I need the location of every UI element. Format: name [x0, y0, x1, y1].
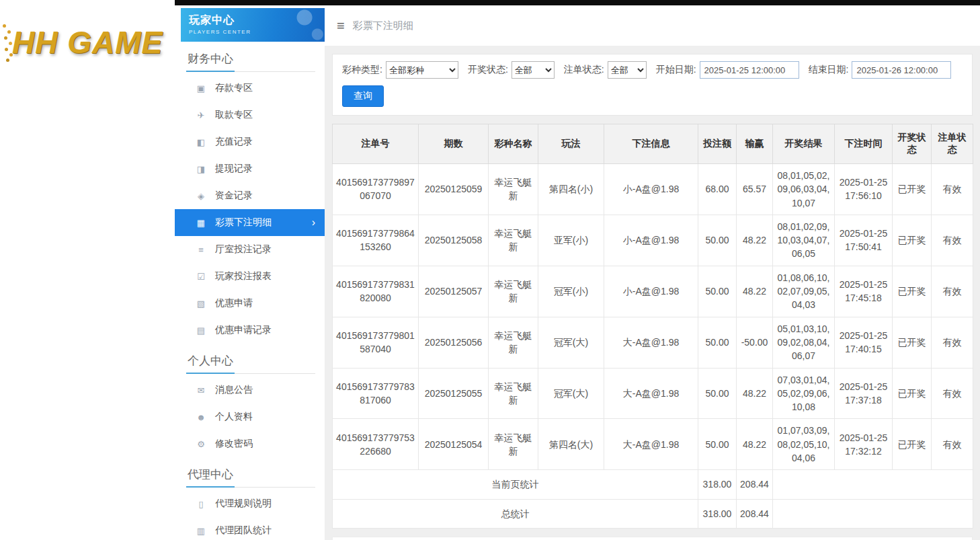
draw-status-filter: 开奖状态: 全部 — [468, 61, 555, 79]
section-title-label: 财务中心 — [186, 47, 235, 72]
players-center-banner: 玩家中心 PLAYERS CENTER — [181, 8, 325, 42]
bet-details-icon: ▦ — [195, 218, 207, 228]
section-title: 个人中心 — [186, 349, 315, 374]
cell-bet_info: 大-A盘@1.98 — [604, 368, 698, 419]
sidebar-item-hall-bet-records[interactable]: ≡厅室投注记录 — [175, 236, 325, 263]
cell-win_loss: 48.22 — [737, 419, 773, 470]
cell-draw_status: 已开奖 — [893, 419, 932, 470]
cell-bet_time: 2025-01-25 17:50:41 — [835, 215, 893, 266]
sidebar-item-lottery-bet-details[interactable]: ▦彩票下注明细› — [175, 209, 325, 236]
order-status-select[interactable]: 全部 — [608, 61, 647, 79]
table-header-row: 注单号期数彩种名称玩法下注信息投注额输赢开奖结果下注时间开奖状态注单状态 — [333, 124, 973, 164]
cell-lottery: 幸运飞艇新 — [489, 164, 538, 215]
cell-bet_no: 401569173779864153260 — [333, 215, 419, 266]
table-row: 40156917377980158704020250125056幸运飞艇新冠军(… — [333, 317, 973, 368]
sidebar-item-label: 代理规则说明 — [215, 498, 272, 510]
content-header: ≡ 彩票下注明细 — [325, 5, 980, 46]
sidebar-title: 玩家中心 — [189, 13, 317, 28]
cell-bet_info: 小-A盘@1.98 — [604, 215, 698, 266]
lottery-type-select[interactable]: 全部彩种 — [386, 61, 458, 79]
table-row: 40156917377986415326020250125058幸运飞艇新亚军(… — [333, 215, 973, 266]
order-status-label: 注单状态: — [564, 64, 604, 76]
start-date-filter: 开始日期: — [656, 61, 799, 79]
cell-order_status: 有效 — [932, 164, 973, 215]
sidebar-item-label: 修改密码 — [215, 438, 253, 450]
sidebar-item-funds-records[interactable]: ◈资金记录 — [175, 182, 325, 209]
chevron-right-icon: › — [312, 217, 315, 229]
cell-order_status: 有效 — [932, 317, 973, 368]
cell-lottery: 幸运飞艇新 — [489, 419, 538, 470]
pagination-bar: 每页显示20条 共6条 首页 上一页 1 下一页 第 页 跳转 — [332, 537, 973, 540]
cell-win_loss: 48.22 — [737, 215, 773, 266]
cell-amount: 50.00 — [698, 317, 737, 368]
draw-status-label: 开奖状态: — [468, 64, 508, 76]
cell-period: 20250125056 — [419, 317, 489, 368]
lottery-type-label: 彩种类型: — [342, 64, 382, 76]
sidebar-item-agent-rules[interactable]: ▯代理规则说明 — [175, 490, 325, 517]
section-title-label: 个人中心 — [186, 349, 235, 374]
sidebar-item-recharge-records[interactable]: ◧充值记录 — [175, 128, 325, 155]
sidebar-item-cashout-records[interactable]: ◨提现记录 — [175, 155, 325, 182]
column-header: 输赢 — [737, 124, 773, 164]
cell-draw_status: 已开奖 — [893, 164, 932, 215]
cell-bet_time: 2025-01-25 17:56:10 — [835, 164, 893, 215]
total-summary-winloss: 208.44 — [737, 499, 773, 528]
start-date-input[interactable] — [700, 61, 799, 79]
draw-status-select[interactable]: 全部 — [512, 61, 555, 79]
app-frame: 玩家中心 PLAYERS CENTER 财务中心▣存款专区✈取款专区◧充值记录◨… — [175, 0, 980, 540]
page-summary-row: 当前页统计 318.00 208.44 — [333, 470, 973, 499]
sidebar-item-change-password[interactable]: ⚙修改密码 — [175, 430, 325, 457]
sidebar-item-label: 充值记录 — [215, 136, 253, 148]
sidebar-item-label: 玩家投注报表 — [215, 270, 272, 282]
page-summary-label: 当前页统计 — [333, 470, 698, 499]
table-row: 40156917377983182008020250125057幸运飞艇新冠军(… — [333, 266, 973, 317]
end-date-input[interactable] — [852, 61, 951, 79]
menu-toggle-icon[interactable]: ≡ — [337, 18, 345, 34]
cell-bet_no: 401569173779831820080 — [333, 266, 419, 317]
section-title-label: 代理中心 — [186, 463, 235, 488]
sidebar-item-announcements[interactable]: ✉消息公告 — [175, 377, 325, 403]
sidebar-item-promo-apply[interactable]: ▧优惠申请 — [175, 290, 325, 317]
sidebar-item-promo-apply-records[interactable]: ▤优惠申请记录 — [175, 317, 325, 344]
sidebar-item-deposit-zone[interactable]: ▣存款专区 — [175, 75, 325, 102]
query-button[interactable]: 查询 — [342, 85, 384, 107]
filter-row: 彩种类型: 全部彩种 开奖状态: 全部 注单状态: — [342, 61, 963, 79]
cell-result: 08,01,05,02,09,06,03,04,10,07 — [773, 164, 835, 215]
cell-lottery: 幸运飞艇新 — [489, 266, 538, 317]
cashout-icon: ◨ — [195, 164, 207, 174]
sidebar-item-profile[interactable]: ☻个人资料 — [175, 403, 325, 430]
bet-table: 注单号期数彩种名称玩法下注信息投注额输赢开奖结果下注时间开奖状态注单状态 401… — [332, 124, 973, 529]
promo-records-icon: ▤ — [195, 325, 207, 336]
bet-table-panel: 注单号期数彩种名称玩法下注信息投注额输赢开奖结果下注时间开奖状态注单状态 401… — [332, 124, 973, 529]
cell-lottery: 幸运飞艇新 — [489, 215, 538, 266]
sidebar-item-label: 提现记录 — [215, 163, 253, 175]
sidebar-item-agent-team-stats[interactable]: ▥代理团队统计 — [175, 517, 325, 540]
section-title: 财务中心 — [186, 47, 315, 72]
top-black-bar — [175, 0, 980, 5]
cell-play: 冠军(大) — [538, 317, 604, 368]
cell-period: 20250125057 — [419, 266, 489, 317]
stats-icon: ▥ — [195, 526, 207, 536]
table-row: 40156917377975322668020250125054幸运飞艇新第四名… — [333, 419, 973, 470]
cell-lottery: 幸运飞艇新 — [489, 368, 538, 419]
cell-result: 01,08,06,10,02,07,09,05,04,03 — [773, 266, 835, 317]
cell-lottery: 幸运飞艇新 — [489, 317, 538, 368]
cell-bet_no: 401569173779801587040 — [333, 317, 419, 368]
column-header: 期数 — [419, 124, 489, 164]
filter-panel: 彩种类型: 全部彩种 开奖状态: 全部 注单状态: — [332, 54, 973, 116]
cell-period: 20250125054 — [419, 419, 489, 470]
cell-play: 亚军(小) — [538, 215, 604, 266]
cell-order_status: 有效 — [932, 368, 973, 419]
cell-draw_status: 已开奖 — [893, 317, 932, 368]
total-summary-filler — [773, 499, 973, 528]
report-icon: ☑ — [195, 272, 207, 282]
cell-order_status: 有效 — [932, 215, 973, 266]
sidebar-item-withdraw-zone[interactable]: ✈取款专区 — [175, 102, 325, 128]
sidebar-item-label: 优惠申请记录 — [215, 324, 272, 336]
column-header: 下注时间 — [835, 124, 893, 164]
cell-bet_time: 2025-01-25 17:32:12 — [835, 419, 893, 470]
cell-amount: 50.00 — [698, 368, 737, 419]
sidebar-item-player-bet-report[interactable]: ☑玩家投注报表 — [175, 263, 325, 290]
cell-result: 01,07,03,09,08,02,05,10,04,06 — [773, 419, 835, 470]
cell-play: 冠军(大) — [538, 368, 604, 419]
